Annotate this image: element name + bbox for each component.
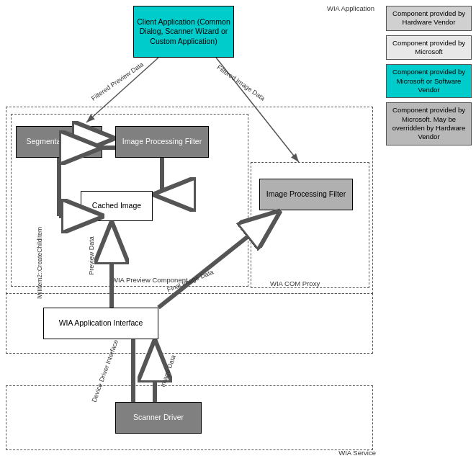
filtered-image-label: Filtered Image Data [215,63,266,102]
img-filter1-label: Image Processing Filter [122,137,202,147]
legend-hw-label: Component provided by Hardware Vendor [392,9,465,26]
legend-ms-sw: Component provided by Microsoft or Softw… [386,64,472,98]
diagram-area: WIA Application WIA Service WIA Preview … [0,0,382,461]
scanner-label: Scanner Driver [133,413,184,423]
scanner-box: Scanner Driver [115,402,202,434]
wia-app-label: WIA Application [327,4,374,12]
wia-app-iface-box: WIA Application Interface [43,308,158,339]
iwiitem2-label: IWIItem2::CreateChildItem [36,227,43,299]
client-app-label: Client Application (Common Dialog, Scann… [137,17,230,47]
img-filter2-label: Image Processing Filter [266,189,346,200]
img-filter2-box: Image Processing Filter [259,179,353,210]
preview-data-label: Preview Data [88,236,95,275]
seg-filter-box: Segmentation Filter [16,126,102,158]
legend-ms-hw: Component provided by Microsoft. May be … [386,102,472,145]
legend-hw: Component provided by Hardware Vendor [386,6,472,31]
img-filter1-box: Image Processing Filter [115,126,209,158]
cached-image-label: Cached Image [92,201,141,211]
cached-image-box: Cached Image [81,191,153,221]
filtered-preview-label: Filtered Preview Data [90,61,145,102]
wia-com-proxy-label: WIA COM Proxy [270,279,320,287]
wia-app-iface-label: WIA Application Interface [59,318,143,328]
legend-ms: Component provided by Microsoft [386,35,472,61]
client-app-box: Client Application (Common Dialog, Scann… [133,6,234,58]
legend-ms-sw-label: Component provided by Microsoft or Softw… [392,68,465,94]
legend-ms-hw-label: Component provided by Microsoft. May be … [392,106,465,140]
legend-area: Component provided by Hardware Vendor Co… [382,0,476,461]
image-data-label: Image Data [159,354,177,388]
legend-ms-label: Component provided by Microsoft [392,39,465,55]
seg-filter-label: Segmentation Filter [26,137,91,147]
